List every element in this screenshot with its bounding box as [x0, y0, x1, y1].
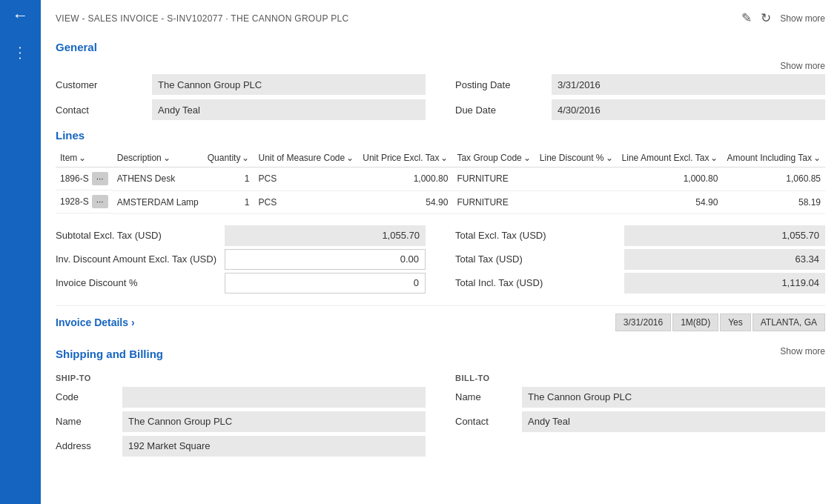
due-date-row: Due Date 4/30/2016: [455, 99, 825, 120]
totals-label: Invoice Discount %: [56, 277, 219, 288]
shipping-section-header: Shipping and Billing: [56, 348, 163, 360]
row-quantity: 1: [203, 168, 254, 191]
bill-to-row: Contact Andy Teal: [455, 411, 825, 432]
invoice-tag: 1M(8D): [672, 314, 718, 331]
row-line-discount: [535, 190, 618, 213]
lines-section-header: Lines: [56, 129, 825, 142]
topbar-actions: ✎ ↻ Show more: [741, 10, 825, 26]
ship-to-field-value: [122, 387, 426, 408]
invoice-details-tags: 3/31/20161M(8D)YesATLANTA, GA: [615, 314, 825, 331]
row-uom: PCS: [254, 168, 358, 191]
col-tax-group[interactable]: Tax Group Code⌄: [452, 149, 535, 168]
row-uom: PCS: [254, 190, 358, 213]
ship-to-row: Name The Cannon Group PLC: [56, 411, 426, 432]
ship-to-field-value: 192 Market Square: [122, 436, 426, 457]
col-unit-price[interactable]: Unit Price Excl. Tax⌄: [358, 149, 452, 168]
ship-to-label: SHIP-TO: [56, 374, 426, 382]
sidebar: ← ···: [0, 0, 41, 504]
topbar: VIEW - SALES INVOICE - S-INV102077 · THE…: [56, 0, 825, 32]
totals-left: Subtotal Excl. Tax (USD) 1,055.70 Inv. D…: [56, 225, 426, 296]
due-date-label: Due Date: [455, 105, 544, 116]
page-title: VIEW - SALES INVOICE - S-INV102077 · THE…: [56, 13, 348, 24]
row-amount-incl-tax: 58.19: [722, 190, 825, 213]
ship-to-field-label: Address: [56, 440, 115, 451]
ship-to-fields: Code Name The Cannon Group PLC Address 1…: [56, 387, 426, 457]
posting-date-value: 3/31/2016: [552, 74, 825, 95]
shipping-show-more[interactable]: Show more: [780, 346, 825, 357]
invoice-details-link[interactable]: Invoice Details ›: [56, 316, 135, 328]
due-date-value: 4/30/2016: [552, 99, 825, 120]
back-button[interactable]: ←: [13, 7, 29, 24]
ship-to-row: Code: [56, 387, 426, 408]
invoice-details-chevron: ›: [131, 316, 135, 328]
row-dots-btn[interactable]: ···: [92, 195, 108, 208]
col-amount-incl-tax[interactable]: Amount Including Tax⌄: [722, 149, 825, 168]
row-item: 1928-S ···: [56, 190, 113, 213]
totals-label: Total Excl. Tax (USD): [455, 230, 618, 241]
refresh-icon[interactable]: ↻: [761, 10, 771, 26]
table-row: 1928-S ··· AMSTERDAM Lamp 1 PCS 54.90 FU…: [56, 190, 825, 213]
shipping-header-row: Shipping and Billing Show more: [56, 339, 825, 368]
row-amount-incl-tax: 1,060.85: [722, 168, 825, 191]
row-line-amount: 54.90: [618, 190, 723, 213]
main-content: VIEW - SALES INVOICE - S-INV102077 · THE…: [41, 0, 840, 504]
row-description: ATHENS Desk: [113, 168, 203, 191]
invoice-tag: Yes: [720, 314, 751, 331]
totals-left-row: Inv. Discount Amount Excl. Tax (USD) 0.0…: [56, 249, 426, 270]
totals-value: 1,119.04: [624, 273, 825, 294]
col-description[interactable]: Description⌄: [113, 149, 203, 168]
col-item[interactable]: Item⌄: [56, 149, 113, 168]
row-dots-btn[interactable]: ···: [92, 172, 108, 185]
col-uom[interactable]: Unit of Measure Code⌄: [254, 149, 358, 168]
row-quantity: 1: [203, 190, 254, 213]
nav-dots[interactable]: ···: [13, 46, 28, 62]
general-show-more[interactable]: Show more: [56, 61, 825, 71]
shipping-section: Shipping and Billing Show more SHIP-TO C…: [56, 339, 825, 460]
row-line-discount: [535, 168, 618, 191]
totals-left-row: Subtotal Excl. Tax (USD) 1,055.70: [56, 225, 426, 246]
edit-icon[interactable]: ✎: [741, 10, 752, 26]
bill-to-field-label: Name: [455, 391, 515, 402]
lines-section: Lines Item⌄ Description⌄ Quantity⌄ Unit …: [56, 129, 825, 214]
totals-right-row: Total Tax (USD) 63.34: [455, 249, 825, 270]
general-section-header: General: [56, 41, 825, 53]
posting-date-row: Posting Date 3/31/2016: [455, 74, 825, 95]
col-line-discount[interactable]: Line Discount %⌄: [535, 149, 618, 168]
totals-value: 1,055.70: [225, 225, 426, 246]
totals-value[interactable]: 0: [225, 273, 426, 294]
lines-table: Item⌄ Description⌄ Quantity⌄ Unit of Mea…: [56, 149, 825, 214]
totals-right-row: Total Excl. Tax (USD) 1,055.70: [455, 225, 825, 246]
totals-label: Subtotal Excl. Tax (USD): [56, 230, 219, 241]
ship-to-field-label: Name: [56, 416, 115, 427]
shipping-grid: SHIP-TO Code Name The Cannon Group PLC A…: [56, 368, 825, 460]
bill-to-field-value: The Cannon Group PLC: [522, 387, 825, 408]
invoice-tag: ATLANTA, GA: [753, 314, 825, 331]
general-form: Customer The Cannon Group PLC Contact An…: [56, 74, 825, 120]
table-row: 1896-S ··· ATHENS Desk 1 PCS 1,000.80 FU…: [56, 168, 825, 191]
show-more-top[interactable]: Show more: [780, 13, 825, 24]
totals-label: Total Tax (USD): [455, 253, 618, 265]
totals-value: 1,055.70: [624, 225, 825, 246]
totals-left-row: Invoice Discount % 0: [56, 273, 426, 294]
bill-to-fields: Name The Cannon Group PLC Contact Andy T…: [455, 387, 825, 432]
posting-date-label: Posting Date: [455, 79, 544, 90]
contact-label: Contact: [56, 105, 145, 116]
row-line-amount: 1,000.80: [618, 168, 723, 191]
bill-to-field-value: Andy Teal: [522, 411, 825, 432]
totals-right-row: Total Incl. Tax (USD) 1,119.04: [455, 273, 825, 294]
bill-to-row: Name The Cannon Group PLC: [455, 387, 825, 408]
totals-section: Subtotal Excl. Tax (USD) 1,055.70 Inv. D…: [56, 225, 825, 296]
ship-to-row: Address 192 Market Square: [56, 436, 426, 457]
ship-to-col: SHIP-TO Code Name The Cannon Group PLC A…: [56, 368, 426, 460]
totals-value[interactable]: 0.00: [225, 249, 426, 270]
totals-right: Total Excl. Tax (USD) 1,055.70 Total Tax…: [455, 225, 825, 296]
customer-value: The Cannon Group PLC: [152, 74, 426, 95]
contact-row: Contact Andy Teal: [56, 99, 426, 120]
col-line-amount[interactable]: Line Amount Excl. Tax⌄: [618, 149, 723, 168]
totals-label: Inv. Discount Amount Excl. Tax (USD): [56, 253, 219, 265]
col-quantity[interactable]: Quantity⌄: [203, 149, 254, 168]
ship-to-field-value: The Cannon Group PLC: [122, 411, 426, 432]
totals-value: 63.34: [624, 249, 825, 270]
row-unit-price: 54.90: [358, 190, 452, 213]
general-right: Posting Date 3/31/2016 Due Date 4/30/201…: [455, 74, 825, 120]
